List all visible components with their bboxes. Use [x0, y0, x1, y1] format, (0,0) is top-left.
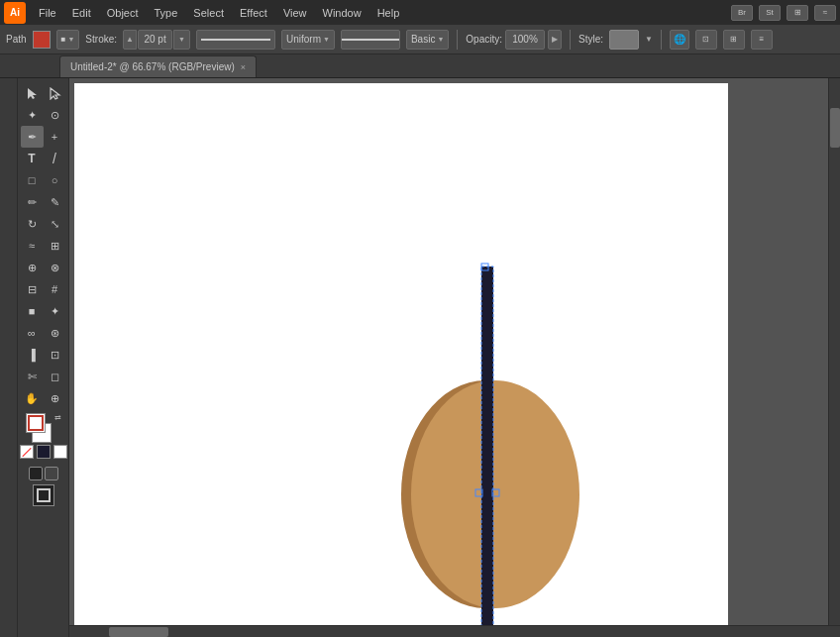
paintbrush-tool[interactable]: ✏: [21, 191, 44, 213]
left-toolbar: ✦ ⊙ ✒ + T / □ ○ ✏ ✎ ↻ ⤡ ≈ ⊞: [18, 78, 69, 637]
arrange-icon[interactable]: ⊞: [723, 30, 745, 50]
transform-row: ↻ ⤡: [21, 213, 66, 235]
bridge-btn[interactable]: Br: [731, 5, 753, 21]
builder-row: ⊕ ⊗: [21, 257, 66, 278]
black-swatch[interactable]: [37, 445, 51, 459]
menu-help[interactable]: Help: [370, 5, 407, 21]
fg-color-swatch[interactable]: [26, 413, 46, 433]
basic-stroke-preview[interactable]: [341, 30, 400, 50]
none-fill-swatch[interactable]: [20, 445, 34, 459]
menu-bar: Ai File Edit Object Type Select Effect V…: [0, 0, 840, 25]
uniform-dropdown[interactable]: Uniform ▼: [281, 30, 335, 50]
align-icon[interactable]: ≡: [751, 30, 773, 50]
scale-tool[interactable]: ⤡: [44, 213, 66, 235]
shape-builder-tool[interactable]: ⊕: [21, 257, 44, 278]
menu-effect[interactable]: Effect: [233, 5, 274, 21]
toolbar: Path ■ ▼ Stroke: ▲ 20 pt ▼ Uniform ▼ Bas…: [0, 25, 840, 54]
basic-dropdown[interactable]: Basic ▼: [406, 30, 449, 50]
menu-type[interactable]: Type: [148, 5, 185, 21]
view-mode-row: [29, 467, 58, 480]
svg-marker-1: [51, 88, 59, 99]
direct-selection-tool[interactable]: [44, 82, 66, 104]
lasso-tool[interactable]: ⊙: [44, 104, 66, 126]
hand-zoom-row: ✋ ⊕: [21, 387, 66, 409]
toolbar-separator-2: [570, 30, 571, 50]
stroke-line-preview[interactable]: [196, 30, 275, 50]
hand-tool[interactable]: ✋: [21, 387, 44, 409]
scrollbar-thumb-h[interactable]: [109, 627, 168, 637]
grid-btn[interactable]: ⊞: [787, 5, 808, 21]
tab-close-btn[interactable]: ×: [241, 62, 246, 72]
zoom-tool[interactable]: ⊕: [44, 387, 66, 409]
stroke-width-input[interactable]: 20 pt: [138, 30, 172, 50]
toolbar-separator-1: [457, 30, 458, 50]
swatch-extras-row: [20, 445, 67, 459]
pen-tool[interactable]: ✒: [21, 126, 44, 148]
normal-view-btn[interactable]: [29, 467, 43, 480]
ellipse-tool[interactable]: ○: [44, 169, 66, 191]
warp-tool[interactable]: ≈: [21, 235, 44, 257]
stroke-unit-dropdown[interactable]: ▼: [173, 30, 190, 50]
line-tool[interactable]: /: [44, 148, 66, 169]
blend-tool[interactable]: ∞: [21, 322, 44, 344]
type-line-row: T /: [21, 148, 66, 169]
stroke-type-dropdown[interactable]: ■ ▼: [56, 30, 80, 50]
panel-labels: [0, 78, 18, 637]
live-paint-tool[interactable]: ⊗: [44, 257, 66, 278]
eraser-tool[interactable]: ◻: [44, 366, 66, 387]
menu-select[interactable]: Select: [186, 5, 231, 21]
slice-tool[interactable]: ✄: [21, 366, 44, 387]
eyedropper-tool[interactable]: ✦: [44, 300, 66, 322]
style-label: Style:: [578, 34, 603, 45]
selection-tool[interactable]: [21, 82, 44, 104]
canvas-area[interactable]: [69, 78, 840, 637]
tab-bar: Untitled-2* @ 66.67% (RGB/Preview) ×: [0, 54, 840, 78]
rotate-tool[interactable]: ↻: [21, 213, 44, 235]
oval-main: [411, 380, 579, 608]
menu-edit[interactable]: Edit: [65, 5, 98, 21]
artboard-tool[interactable]: ⊡: [44, 344, 66, 366]
perspective-row: ⊟ #: [21, 278, 66, 300]
perspective-tool[interactable]: ⊟: [21, 278, 44, 300]
vertical-scrollbar[interactable]: [828, 78, 840, 625]
stock-btn[interactable]: St: [759, 5, 781, 21]
column-graph-tool[interactable]: ▐: [21, 344, 44, 366]
menu-file[interactable]: File: [32, 5, 63, 21]
shape-row: □ ○: [21, 169, 66, 191]
gradient-tool[interactable]: ■: [21, 300, 44, 322]
outline-view-btn[interactable]: [45, 467, 58, 480]
menu-window[interactable]: Window: [316, 5, 368, 21]
toolbar-separator-3: [661, 30, 662, 50]
magic-wand-tool[interactable]: ✦: [21, 104, 44, 126]
style-dropdown-arrow[interactable]: ▼: [645, 35, 653, 44]
brush-row: ✏ ✎: [21, 191, 66, 213]
scrollbar-thumb-v[interactable]: [830, 108, 840, 148]
horizontal-scrollbar[interactable]: [69, 625, 840, 637]
globe-icon[interactable]: 🌐: [670, 30, 689, 50]
swap-colors-btn[interactable]: ⇄: [54, 413, 61, 422]
app-icons-group: Br St ⊞ ≈: [731, 5, 836, 21]
opacity-input[interactable]: 100%: [505, 30, 545, 50]
opacity-section: Opacity: 100% ▶: [466, 30, 562, 50]
type-tool[interactable]: T: [21, 148, 44, 169]
mesh-tool[interactable]: #: [44, 278, 66, 300]
white-swatch[interactable]: [53, 445, 67, 459]
svg-marker-0: [28, 88, 37, 99]
stroke-width-up[interactable]: ▲: [123, 30, 137, 50]
screen-mode-btn[interactable]: [33, 484, 54, 506]
artboard: [74, 83, 728, 637]
menu-view[interactable]: View: [276, 5, 314, 21]
opacity-arrow[interactable]: ▶: [548, 30, 562, 50]
add-anchor-tool[interactable]: +: [44, 126, 66, 148]
sync-btn[interactable]: ≈: [814, 5, 836, 21]
free-transform-tool[interactable]: ⊞: [44, 235, 66, 257]
pencil-tool[interactable]: ✎: [44, 191, 66, 213]
style-preview[interactable]: [609, 30, 639, 50]
menu-object[interactable]: Object: [100, 5, 146, 21]
symbol-sprayer-tool[interactable]: ⊛: [44, 322, 66, 344]
document-tab[interactable]: Untitled-2* @ 66.67% (RGB/Preview) ×: [59, 55, 257, 77]
stroke-color-swatch[interactable]: [33, 31, 51, 49]
stroke-label: Stroke:: [85, 34, 117, 45]
transform-icon[interactable]: ⊡: [695, 30, 717, 50]
rectangle-tool[interactable]: □: [21, 169, 44, 191]
